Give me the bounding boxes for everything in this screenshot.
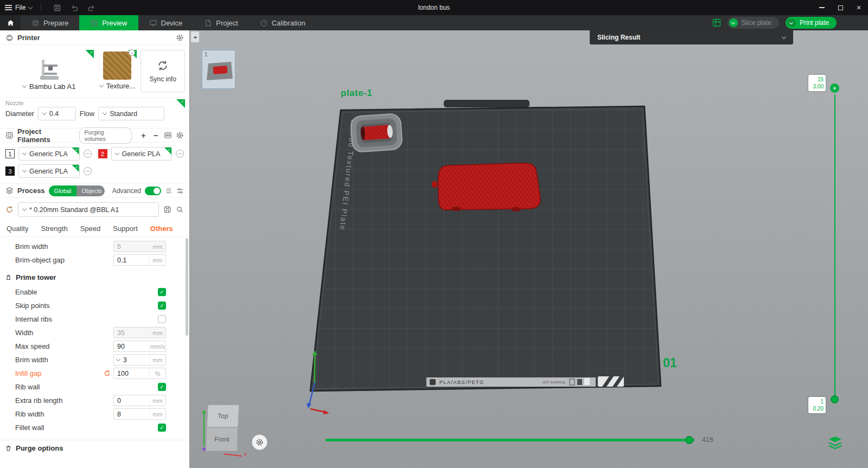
filament-index: 1 xyxy=(5,149,15,158)
filament-select[interactable]: ✓ Generic PLA xyxy=(18,147,80,161)
home-button[interactable] xyxy=(0,15,21,30)
chevron-down-icon xyxy=(22,168,27,172)
tab-support[interactable]: Support xyxy=(113,225,138,233)
remove-circle-icon[interactable] xyxy=(176,150,184,158)
ams-icon[interactable] xyxy=(164,131,172,139)
slice-dropdown-icon[interactable] xyxy=(729,18,738,27)
layer-add-button[interactable]: + xyxy=(830,84,839,93)
print-dropdown-icon[interactable] xyxy=(787,18,796,27)
print-plate-button[interactable]: Print plate xyxy=(786,17,837,29)
search-icon[interactable] xyxy=(176,206,184,214)
prime-brim-width-select[interactable]: 3mm xyxy=(113,354,166,366)
remove-circle-icon[interactable] xyxy=(84,167,92,175)
layer-slider-track[interactable] xyxy=(834,94,836,399)
prepare-icon xyxy=(31,19,40,27)
maximize-button[interactable] xyxy=(831,0,850,15)
setting-row: Infill gap 100% xyxy=(0,367,189,380)
save-export-button[interactable] xyxy=(50,2,64,13)
tab-prepare[interactable]: Prepare xyxy=(21,15,79,30)
save-preset-icon[interactable] xyxy=(163,206,171,214)
purging-volumes-button[interactable]: Purging volumes xyxy=(79,127,132,144)
filament-select[interactable]: ✓ Generic PLA xyxy=(111,147,173,161)
revert-icon[interactable] xyxy=(104,370,111,377)
menu-icon[interactable] xyxy=(5,5,12,10)
step-slider-track[interactable] xyxy=(326,439,694,441)
tab-project[interactable]: Project xyxy=(193,15,248,30)
layer-slider-handle[interactable] xyxy=(831,395,839,403)
plate-name-label[interactable]: plate-1 xyxy=(341,88,372,99)
tab-preview[interactable]: Preview xyxy=(79,15,138,30)
brim-object-gap-input[interactable]: 0.1mm xyxy=(113,254,166,266)
preset-history-icon[interactable] xyxy=(5,206,14,214)
infill-gap-input[interactable]: 100% xyxy=(113,368,166,379)
redo-button[interactable] xyxy=(85,2,99,13)
tab-calibration[interactable]: Calibration xyxy=(249,15,316,30)
filaments-section-header: Project Filaments Purging volumes + − xyxy=(0,128,189,143)
model-london-bus[interactable] xyxy=(431,162,541,212)
printer-select[interactable]: Bambu Lab A1 xyxy=(23,82,75,91)
rib-width-input[interactable]: 8mm xyxy=(113,408,166,420)
plate-thumbnail[interactable]: 1 xyxy=(202,50,235,89)
tune-icon[interactable] xyxy=(176,187,184,195)
close-button[interactable]: ✕ xyxy=(850,0,868,15)
flow-select[interactable]: Standard xyxy=(98,107,164,120)
prime-tower[interactable] xyxy=(350,113,403,152)
settings-scrollbar[interactable] xyxy=(186,238,188,336)
viewport-3d[interactable]: Bambu Textured PEI Plate PLA/ABS/PETG HO… xyxy=(190,30,868,468)
layer-min-badge: 1 0.20 xyxy=(808,397,826,413)
max-speed-input[interactable]: 90mm/s xyxy=(113,341,166,352)
gizmo-top-face[interactable]: Top xyxy=(207,405,239,427)
gear-icon[interactable] xyxy=(176,131,184,139)
plate-table-icon[interactable] xyxy=(712,18,721,27)
view-settings-button[interactable] xyxy=(252,434,267,450)
gizmo-front-face[interactable]: Front xyxy=(206,427,238,451)
undo-button[interactable] xyxy=(67,2,81,13)
settings-list: Brim width 5mm Brim-object gap 0.1mm Pri… xyxy=(0,237,189,468)
plate-type-card[interactable]: ✓ i Texture... xyxy=(98,50,137,92)
enable-checkbox[interactable]: ✓ xyxy=(158,288,166,296)
slice-plate-button[interactable]: Slice plate xyxy=(727,17,779,29)
step-slider[interactable]: 416 xyxy=(326,435,727,444)
slicing-result-panel[interactable]: Slicing Result xyxy=(590,30,793,44)
step-slider-handle[interactable] xyxy=(685,436,693,444)
remove-circle-icon[interactable] xyxy=(84,150,92,158)
plate-front-strip: PLA/ABS/PETG HOT SURFACE xyxy=(426,376,624,387)
plate-select[interactable]: Texture... xyxy=(100,82,135,90)
list-view-icon[interactable] xyxy=(165,187,173,195)
add-filament-button[interactable]: + xyxy=(139,131,148,140)
tab-strength[interactable]: Strength xyxy=(41,225,67,233)
extra-rib-length-input[interactable]: 0mm xyxy=(113,395,166,406)
filament-select[interactable]: ✓ Generic PLA xyxy=(18,164,80,178)
remove-filament-button[interactable]: − xyxy=(151,131,160,140)
orientation-gizmo[interactable]: Top Front x xyxy=(202,402,250,459)
calibration-icon xyxy=(260,19,268,27)
minimize-button[interactable] xyxy=(813,0,831,15)
nozzle-diameter-select[interactable]: 0.4 xyxy=(38,107,76,120)
tab-device[interactable]: Device xyxy=(138,15,194,30)
rib-wall-checkbox[interactable]: ✓ xyxy=(158,383,166,391)
skip-points-checkbox[interactable]: ✓ xyxy=(158,302,166,310)
brim-width-input: 5mm xyxy=(113,241,166,252)
setting-row: Internal ribs xyxy=(0,312,189,326)
filament-index: 3 xyxy=(5,166,15,176)
fillet-wall-checkbox[interactable]: ✓ xyxy=(158,424,166,432)
sync-info-button[interactable]: Sync info xyxy=(141,50,185,92)
left-panel: Printer ✓ Bambu Lab A1 ✓ xyxy=(0,30,190,468)
panel-collapse-button[interactable]: ◂▸ xyxy=(191,31,199,42)
tab-quality[interactable]: Quality xyxy=(7,225,28,233)
tab-speed[interactable]: Speed xyxy=(80,225,101,233)
gear-icon[interactable] xyxy=(176,34,184,42)
printer-card[interactable]: ✓ Bambu Lab A1 xyxy=(4,50,94,92)
tab-others[interactable]: Others xyxy=(150,225,173,233)
internal-ribs-checkbox[interactable] xyxy=(158,315,166,323)
advanced-toggle[interactable] xyxy=(145,187,161,195)
layer-slider[interactable]: 15 3.00 + 1 0.20 xyxy=(806,75,850,422)
layers-view-icon[interactable] xyxy=(828,436,843,450)
scope-global[interactable]: Global xyxy=(49,185,77,196)
file-menu[interactable]: File xyxy=(15,4,32,11)
preset-select[interactable]: * 0.20mm Standard @BBL A1 xyxy=(18,202,159,217)
setting-row: Width 35mm xyxy=(0,326,189,339)
printer-image xyxy=(37,57,61,82)
scope-objects[interactable]: Objects xyxy=(76,185,104,196)
chevron-down-icon xyxy=(42,111,47,115)
